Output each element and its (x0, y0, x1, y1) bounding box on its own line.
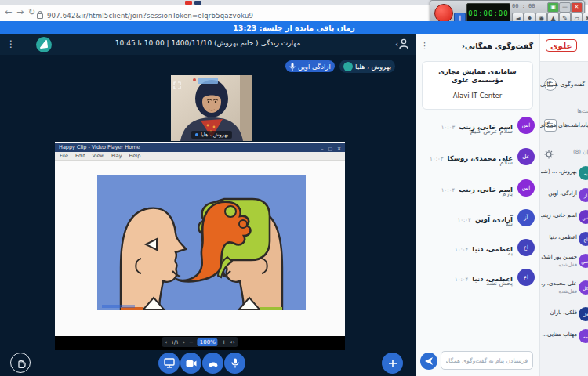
chat-message: آز آزادی، آوین۱۰:۰۴ بله (420, 208, 535, 235)
video-camera-icon (186, 360, 197, 367)
welcome-message-card: سامانه‌ی همایش مجازی مؤسسه‌ی علوی Alavi … (422, 61, 533, 110)
avatar: آز (517, 209, 535, 226)
chat-message: اع اعظمی، دنیا۱۰:۰۴ به (420, 238, 535, 265)
monitor-icon (164, 358, 175, 368)
avatar: اس (517, 117, 535, 134)
participant-row[interactable]: اس اسم خانی، زینب (540, 210, 588, 230)
dialogue-illustration (97, 175, 306, 310)
stage-header: ⋮ مهارت زندگی ( خانم بهروش) 1400/11/10 |… (0, 34, 416, 55)
forward-icon[interactable]: → (16, 7, 24, 18)
webcam-name-tag: بهروش ، هلیا (191, 131, 232, 139)
audio-button[interactable] (202, 352, 223, 374)
fit-width-button[interactable]: ↔ (230, 339, 235, 345)
video-watermark (198, 78, 218, 84)
chat-header[interactable]: گفت‌وگوی همگانی‹ (459, 42, 533, 50)
app-logo-icon (36, 37, 52, 52)
screen: ← → ↻ 907.642&ir/html5client/join?sessio… (0, 0, 588, 376)
sidebar-item-public-chat[interactable]: گفت‌وگوی همگانی (540, 78, 588, 91)
player-window-titlebar: Happy Clip - Video Player Home – ▢ ✕ (55, 143, 345, 152)
avatar: اع (517, 239, 535, 256)
close-icon[interactable]: ✕ (571, 2, 583, 13)
avatar: اس (517, 179, 535, 197)
url-text[interactable]: 907.642&ir/html5client/join?sessionToken… (47, 12, 253, 20)
sidebar-item-shared-notes[interactable]: یادداشت‌های همگانی (540, 119, 588, 132)
participant-row[interactable]: عل علی محمدی، ر... قفل‌شده (540, 280, 588, 304)
talking-dot (195, 133, 198, 136)
manage-users-gear-icon[interactable] (544, 147, 554, 162)
mic-button[interactable] (224, 352, 245, 374)
participants-toggle-icon[interactable]: ‹ (395, 38, 409, 50)
participant-row[interactable]: اع اعظمی، دنیا (540, 232, 588, 252)
recorder-counter: 00 : 00 (512, 3, 535, 9)
active-talker-label: آزادگی آوین (298, 63, 331, 70)
chat-message: عل علی محمدی، روسکا۱۰:۰۳ سلام (420, 147, 535, 174)
zoom-in-button[interactable]: + (222, 339, 227, 345)
sidebar-rail: علوی پیام‌ها گفت‌وگوی همگانی یادداشت‌ها … (539, 34, 588, 376)
meeting-title: مهارت زندگی ( خانم بهروش) 1400/11/10 | 1… (78, 39, 337, 47)
presentation-toolbar[interactable]: ‹ ۱/۱ › − 100% + ↔ (162, 337, 238, 347)
zoom-level[interactable]: 100% (198, 338, 218, 346)
chat-message: اع اعظمی، دنیا۱۰:۰۴ پخش نشد (420, 268, 535, 295)
webcam-video[interactable]: بهروش ، هلیا (171, 75, 252, 141)
send-plane-icon (424, 356, 434, 366)
public-chat-panel: ⋮ گفت‌وگوی همگانی‹ سامانه‌ی همایش مجازی … (416, 34, 539, 376)
next-slide-button[interactable]: › (183, 339, 185, 345)
chat-input-row (416, 345, 539, 376)
slide-number[interactable]: ۱/۱ (171, 339, 179, 345)
section-users: کاربران (8) (540, 149, 588, 160)
refresh-icon[interactable]: ↻ (28, 7, 35, 18)
chat-message-input[interactable] (441, 351, 533, 370)
avatar: اع (517, 269, 535, 286)
send-message-button[interactable] (420, 352, 437, 370)
minimize-icon[interactable]: — (559, 2, 571, 13)
microphone-icon (231, 358, 239, 368)
section-messages: پیام‌ها (540, 67, 588, 74)
stage: ⋮ مهارت زندگی ( خانم بهروش) 1400/11/10 |… (0, 34, 416, 376)
participant-row[interactable]: حس حسین پور اشک... قفل‌شده (540, 254, 588, 277)
camera-button[interactable] (180, 352, 201, 374)
record-button[interactable] (434, 4, 453, 23)
participant-row[interactable]: به بهروش، ... (شما) (540, 166, 588, 186)
prev-slide-button[interactable]: ‹ (165, 339, 167, 345)
participant-row[interactable]: فل فلکی، باران (540, 307, 588, 327)
presentation-area: Happy Clip - Video Player Home – ▢ ✕ Fil… (55, 142, 345, 350)
phone-icon (208, 359, 219, 368)
raise-hand-button[interactable] (10, 352, 31, 373)
screen-select-icon[interactable]: ▣ (547, 2, 559, 13)
screenshare-button[interactable] (158, 352, 180, 374)
back-icon[interactable]: ← (5, 7, 12, 18)
section-notes: یادداشت‌ها (540, 108, 588, 114)
talker-label: بهروش ، هلیا (355, 63, 391, 70)
session-time-banner: زمان باقی مانده از جلسه: 13:23 (0, 21, 588, 34)
zoom-out-button[interactable]: − (189, 339, 194, 345)
participant-row[interactable]: مه مهتاب سنایی... (540, 329, 588, 349)
svg-text:‹: ‹ (395, 40, 398, 49)
talker-avatar (343, 62, 353, 71)
active-talker-pill[interactable]: آزادگی آوین (285, 60, 335, 72)
talker-pill[interactable]: بهروش ، هلیا (339, 60, 395, 73)
alavi-logo: علوی (546, 39, 577, 52)
padlock-icon (37, 13, 43, 19)
image-watermark (102, 305, 135, 308)
welcome-line2: Alavi IT Center (427, 92, 528, 99)
actions-plus-button[interactable] (382, 352, 403, 374)
welcome-line1: سامانه‌ی همایش مجازی مؤسسه‌ی علوی (427, 67, 528, 85)
slide[interactable]: Happy Clip - Video Player Home – ▢ ✕ Fil… (55, 142, 345, 336)
rail-top: علوی (540, 34, 588, 62)
participant-row[interactable]: آز آزادگی، آوین (540, 188, 588, 208)
options-kebab-icon[interactable]: ⋮ (6, 38, 16, 49)
mic-icon (289, 63, 296, 70)
chat-message: اس اسم خانی، زینب۱۰:۰۴ بازم (420, 179, 535, 205)
avatar: عل (517, 148, 535, 165)
chat-message: اس اسم خانی، زینب۱۰:۰۳ سلام عرض کنیم (420, 116, 535, 143)
plus-icon (388, 359, 397, 368)
chat-options-kebab-icon[interactable]: ⋮ (420, 41, 429, 51)
expand-icon[interactable] (173, 78, 181, 92)
player-window-menubar: FileEditViewPlayHelp (55, 152, 345, 161)
window-controls: – ▢ ✕ (321, 144, 343, 152)
meeting-app: ⋮ مهارت زندگی ( خانم بهروش) 1400/11/10 |… (0, 34, 588, 376)
